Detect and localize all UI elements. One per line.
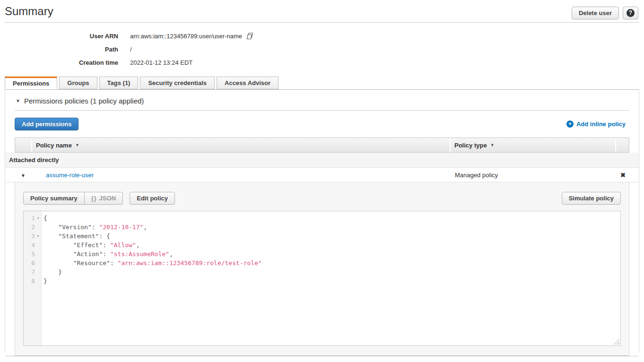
policy-name-link[interactable]: assume-role-user (46, 172, 94, 179)
code-line: { (44, 214, 620, 223)
gutter-line: 6 (24, 259, 41, 267)
select-column-header (15, 138, 32, 152)
line-number: 4 (24, 241, 35, 250)
json-button[interactable]: {} JSON (84, 192, 123, 205)
panel-bottom-divider (5, 356, 639, 356)
line-number: 2 (24, 223, 35, 232)
gutter-line[interactable]: 1▾ (24, 214, 41, 223)
gutter-line[interactable]: 3▾ (24, 232, 41, 241)
line-number: 6 (24, 259, 35, 267)
permissions-panel: ▼ Permissions policies (1 policy applied… (5, 89, 639, 353)
policy-detail-panel: Policy summary {} JSON Edit policy Simul… (15, 182, 629, 356)
code-line: } (44, 276, 620, 285)
path-value: / (130, 46, 132, 53)
header-actions: Delete user ? (572, 7, 638, 19)
policy-name-cell: assume-role-user (32, 172, 451, 179)
user-arn-label: User ARN (0, 33, 118, 40)
path-row: Path / (0, 43, 644, 56)
policy-actions-row: Add permissions + Add inline policy (15, 116, 629, 131)
permissions-policies-title: Permissions policies (1 policy applied) (24, 97, 144, 105)
attached-directly-group-row: Attached directly (5, 153, 639, 168)
actions-column-header (616, 138, 629, 152)
gutter-line: 4 (24, 241, 41, 250)
gutter-line: 2 (24, 223, 41, 232)
user-arn-row: User ARN arn:aws:iam::123456789:user/use… (0, 29, 644, 43)
fold-spacer (35, 259, 41, 267)
gutter-line: 8 (24, 276, 41, 285)
path-label: Path (0, 46, 118, 53)
code-line: "Action": "sts:AssumeRole", (44, 250, 620, 259)
tab-bar: Permissions Groups Tags (1) Security cre… (5, 77, 639, 89)
add-permissions-button[interactable]: Add permissions (15, 118, 78, 130)
creation-time-label: Creation time (0, 59, 118, 66)
line-number: 5 (24, 250, 35, 259)
fold-spacer (35, 223, 41, 232)
page-title: Summary (5, 5, 639, 18)
gutter-line: 5 (24, 250, 41, 259)
help-icon: ? (627, 9, 635, 17)
policy-type-header-label: Policy type (454, 142, 487, 149)
detach-policy-icon[interactable]: ✖ (617, 172, 629, 179)
braces-icon: {} (91, 195, 97, 202)
line-number: 7 (24, 267, 35, 276)
code-line: "Resource": "arn:aws:iam::123456789:role… (44, 259, 620, 267)
code-line: "Statement": { (44, 232, 620, 241)
code-line: } (44, 267, 620, 276)
add-inline-policy-label: Add inline policy (576, 121, 626, 128)
chevron-down-icon: ▼ (21, 173, 26, 178)
line-number: 8 (24, 276, 35, 285)
policy-name-column-header[interactable]: Policy name ▼ (32, 138, 451, 152)
policy-name-header-label: Policy name (36, 142, 72, 149)
edit-policy-button[interactable]: Edit policy (130, 192, 175, 205)
help-button[interactable]: ? (623, 7, 638, 19)
tab-groups[interactable]: Groups (59, 77, 97, 89)
policy-summary-button[interactable]: Policy summary (23, 192, 85, 205)
collapse-caret-icon: ▼ (16, 98, 20, 103)
group-row-label: Attached directly (9, 156, 59, 164)
fold-spacer (35, 276, 41, 285)
creation-time-value: 2022-01-12 13:24 EDT (130, 59, 192, 66)
header-divider (5, 22, 639, 23)
fold-spacer (35, 241, 41, 250)
gutter-line: 7 (24, 267, 41, 276)
code-line: "Effect": "Allow", (44, 241, 620, 250)
editor-code[interactable]: { "Version": "2012-10-17", "Statement": … (42, 211, 620, 345)
add-inline-policy-link[interactable]: + Add inline policy (566, 121, 626, 128)
tab-access-advisor[interactable]: Access Advisor (217, 77, 278, 89)
plus-circle-icon: + (566, 121, 574, 128)
line-number: 3 (24, 232, 35, 241)
sort-caret-icon: ▼ (75, 143, 79, 147)
policy-table: Policy name ▼ Policy type ▼ Attached dir… (5, 138, 639, 356)
fold-caret-icon[interactable]: ▾ (35, 232, 41, 241)
policy-table-header: Policy name ▼ Policy type ▼ (15, 138, 629, 153)
copy-icon[interactable] (246, 32, 254, 40)
policy-detail-toolbar: Policy summary {} JSON Edit policy Simul… (23, 192, 621, 205)
user-info: User ARN arn:aws:iam::123456789:user/use… (0, 23, 644, 69)
policy-type-column-header[interactable]: Policy type ▼ (451, 138, 616, 152)
delete-user-button[interactable]: Delete user (572, 7, 619, 19)
sort-caret-icon: ▼ (490, 143, 495, 147)
policy-table-row: ▼ assume-role-user Managed policy ✖ (5, 168, 639, 182)
policy-json-editor[interactable]: 1▾23▾45678 { "Version": "2012-10-17", "S… (23, 211, 621, 346)
expand-row-caret[interactable]: ▼ (15, 172, 32, 179)
page-header: Summary Delete user ? (0, 0, 644, 23)
tab-tags[interactable]: Tags (1) (99, 77, 139, 89)
policy-view-toggle: Policy summary {} JSON (23, 192, 123, 205)
fold-caret-icon[interactable]: ▾ (35, 214, 41, 223)
tab-permissions[interactable]: Permissions (5, 77, 57, 89)
creation-time-row: Creation time 2022-01-12 13:24 EDT (0, 56, 644, 69)
policy-type-cell: Managed policy (451, 172, 617, 179)
fold-spacer (35, 250, 41, 259)
json-button-label: JSON (99, 195, 116, 202)
code-line: "Version": "2012-10-17", (44, 223, 620, 232)
permissions-policies-section-header[interactable]: ▼ Permissions policies (1 policy applied… (15, 90, 629, 111)
fold-spacer (35, 267, 41, 276)
simulate-policy-button[interactable]: Simulate policy (562, 192, 621, 205)
tab-security-credentials[interactable]: Security credentials (140, 77, 215, 89)
line-number: 1 (24, 214, 35, 223)
editor-gutter: 1▾23▾45678 (24, 211, 42, 345)
user-arn-value: arn:aws:iam::123456789:user/user-name (130, 33, 242, 40)
